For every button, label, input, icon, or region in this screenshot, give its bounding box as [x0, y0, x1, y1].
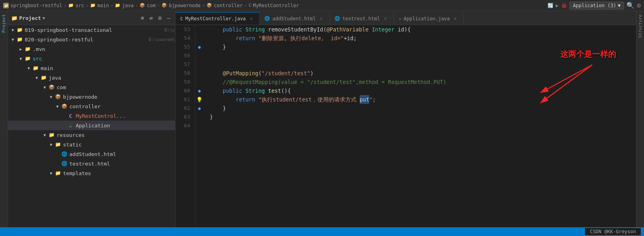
tree-item-020[interactable]: ▼ 📁 020-springboot-restful D:\course\	[8, 35, 175, 44]
minimize-icon[interactable]: —	[165, 15, 172, 21]
breadcrumb-com: com	[147, 3, 156, 8]
tree-arrow-src: ▼	[18, 57, 24, 61]
settings-icon[interactable]: ⚙	[637, 2, 641, 9]
tree-arrow-static: ▼	[48, 142, 54, 147]
structure-label: Structure	[637, 11, 644, 41]
project-sidebar: 📁 Project ▼ ⊕ ⇄ ⚙ — ▼ 📁 019-springboot-t…	[8, 11, 175, 227]
code-span	[210, 86, 223, 95]
tab-close-myrestcontroller[interactable]: ×	[248, 16, 254, 21]
code-span: }	[210, 43, 226, 51]
tab-addstudent[interactable]: 🌐 addStudent.html ×	[260, 12, 329, 25]
code-line-59: //@RequestMapping(value = "/student/test…	[210, 78, 630, 86]
app-tab-icon: ☕	[399, 16, 402, 21]
code-span: @PutMapping	[210, 69, 258, 78]
folder-icon-019: 📁	[16, 26, 23, 33]
code-span: (	[258, 69, 262, 78]
editor-area: C MyRestController.java × 🌐 addStudent.h…	[175, 11, 636, 227]
gutter-56	[195, 51, 203, 60]
collapse-icon[interactable]: ⇄	[148, 15, 154, 21]
tab-myrestcontroller[interactable]: C MyRestController.java ×	[175, 12, 260, 25]
class-icon: C	[249, 3, 252, 8]
code-span	[265, 86, 268, 95]
code-span: public	[223, 86, 242, 95]
breadcrumb-item-src[interactable]: 📁 src	[68, 3, 84, 8]
tree-item-java[interactable]: ▼ 📁 java	[8, 73, 175, 82]
tab-testrest[interactable]: 🌐 testrest.html ×	[330, 12, 394, 25]
search-icon[interactable]: 🔍	[626, 2, 634, 9]
tree-item-src[interactable]: ▼ 📁 src	[8, 54, 175, 63]
tree-label-main: main	[41, 65, 175, 71]
line-num-60: 60	[175, 86, 195, 95]
tree-path-020: D:\course\	[149, 37, 175, 42]
tab-label-application: Application.java	[404, 16, 450, 21]
code-editor[interactable]: 53 54 55 56 57 58 59 60 61 62 63 64 ●	[175, 25, 636, 227]
tree-label-019: 019-springboot-transactional	[25, 27, 163, 33]
code-line-56	[210, 51, 630, 60]
breadcrumb-item[interactable]: 📁 springboot-restful	[3, 3, 62, 8]
code-span: }	[210, 113, 213, 121]
tree-item-controller[interactable]: ▼ 📦 controller	[8, 101, 175, 111]
tree-item-mvn[interactable]: ▶ 📁 .mvn	[8, 44, 175, 54]
status-right: CSDN @KK-Greyson	[585, 229, 641, 234]
tab-close-testrest[interactable]: ×	[382, 16, 389, 21]
gutter-58	[195, 69, 203, 78]
tab-close-addstudent[interactable]: ×	[318, 16, 325, 21]
run-config-area: 🔄 ▶ 🐞 Application (3) ▼ 🔍 ⚙	[547, 2, 641, 10]
app-class-icon: ☕	[67, 122, 74, 129]
breadcrumb-item-com[interactable]: 📦 com	[140, 3, 156, 8]
line-num-59: 59	[175, 78, 195, 86]
breadcrumb-project: springboot-restful	[10, 3, 62, 8]
tree-item-templates[interactable]: ▼ 📁 templates	[8, 168, 175, 178]
tree-item-application[interactable]: ▶ ☕ Application	[8, 121, 175, 130]
vtab-project[interactable]: Project	[0, 11, 7, 36]
breadcrumb-main: main	[97, 3, 109, 8]
breadcrumb-item-controller[interactable]: 📦 controller	[207, 3, 242, 8]
static-folder-icon: 📁	[54, 141, 61, 148]
line-num-54: 54	[175, 34, 195, 43]
gutter-53	[195, 25, 203, 34]
main-area: Project 📁 Project ▼ ⊕ ⇄ ⚙ — ▼ 📁 019-spri…	[0, 11, 644, 227]
tree-item-addstudent[interactable]: ▶ 🌐 addStudent.html	[8, 149, 175, 159]
breadcrumb-item-main[interactable]: 📁 main	[90, 3, 109, 8]
run-icon: 🔄	[547, 3, 553, 8]
tree-item-bjpowernode[interactable]: ▼ 📦 bjpowernode	[8, 92, 175, 101]
code-span: "执行student/test，使用的请求方式	[258, 95, 360, 104]
sidebar-dropdown-arrow[interactable]: ▼	[43, 16, 45, 20]
gear-icon[interactable]: ⚙	[157, 15, 163, 21]
tree-label-static: static	[63, 142, 175, 148]
code-span: @PathVariable	[327, 25, 369, 34]
code-span: Integer	[372, 25, 394, 34]
java-folder-icon: 📁	[115, 3, 120, 8]
locate-icon[interactable]: ⊕	[139, 15, 146, 21]
breadcrumb-item-java[interactable]: 📁 java	[115, 3, 134, 8]
code-span: public	[210, 25, 245, 34]
tree-item-myrestcontroller[interactable]: ▶ C MyRestControl...	[8, 111, 175, 121]
code-span: return	[236, 34, 258, 43]
breadcrumb-item-class[interactable]: C MyRestController	[249, 3, 299, 8]
tree-item-com[interactable]: ▼ 📦 com	[8, 82, 175, 92]
run-config-dropdown[interactable]: Application (3) ▼	[569, 2, 624, 10]
tree-label-bjpowernode: bjpowernode	[63, 94, 175, 100]
breadcrumb-item-bjpowernode[interactable]: 📦 bjpowernode	[161, 3, 200, 8]
tree-item-main[interactable]: ▼ 📁 main	[8, 63, 175, 73]
code-content[interactable]: public String removeStudentById(@PathVar…	[203, 25, 636, 227]
tree-item-resources[interactable]: ▼ 📁 resources	[8, 130, 175, 140]
src-icon: 📁	[24, 55, 31, 62]
code-line-54: return "删除资源, 执行delete, id="+id;	[210, 34, 630, 43]
com-pkg-icon: 📦	[140, 3, 145, 8]
breadcrumb-bjpowernode: bjpowernode	[169, 3, 200, 8]
tab-label-testrest: testrest.html	[343, 16, 380, 21]
code-span-highlight: put	[360, 95, 369, 104]
tree-item-019[interactable]: ▼ 📁 019-springboot-transactional D:\c	[8, 25, 175, 35]
controller-pkg-icon: 📦	[207, 3, 212, 8]
left-vertical-tabs: Project	[0, 11, 8, 227]
tree-item-static[interactable]: ▼ 📁 static	[8, 140, 175, 149]
gutter-64	[195, 121, 203, 130]
tree-arrow-com: ▼	[41, 85, 48, 90]
tab-application[interactable]: ☕ Application.java ×	[394, 12, 464, 25]
tab-close-application[interactable]: ×	[452, 16, 459, 21]
code-span: //@RequestMapping(value = "/student/test…	[210, 78, 446, 86]
tree-item-testrest[interactable]: ▶ 🌐 testrest.html	[8, 159, 175, 168]
run-config-label: Application (3)	[573, 3, 616, 8]
tree-arrow-main: ▼	[26, 66, 32, 70]
